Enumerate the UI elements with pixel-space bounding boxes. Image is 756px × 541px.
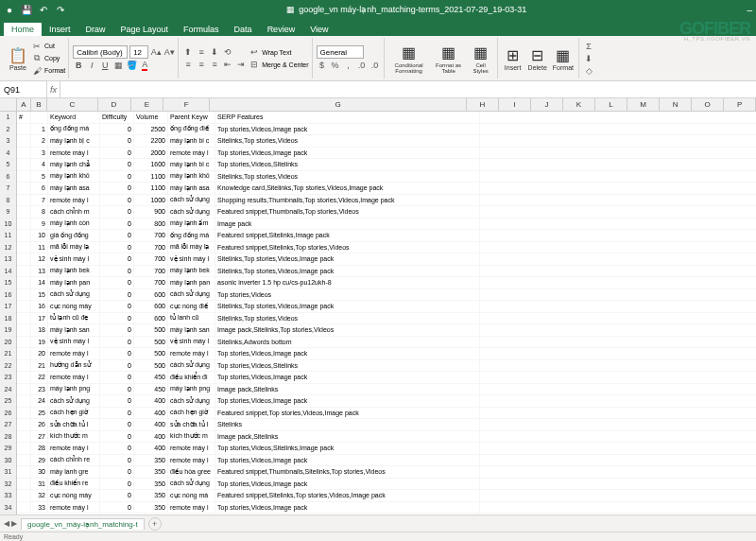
cell[interactable] bbox=[17, 266, 31, 277]
cell[interactable] bbox=[17, 206, 31, 218]
cell[interactable] bbox=[17, 360, 31, 372]
cell[interactable]: giá ống đồng bbox=[48, 230, 100, 241]
col-header-C[interactable]: C bbox=[47, 98, 97, 111]
row-header[interactable]: 30 bbox=[0, 455, 16, 467]
cell[interactable]: vệ sinh máy l bbox=[168, 253, 215, 265]
cut-icon[interactable]: ✂ bbox=[31, 41, 43, 52]
cell[interactable]: 10 bbox=[31, 230, 48, 241]
cell[interactable]: máy lạnh bi c bbox=[168, 135, 215, 147]
col-header-D[interactable]: D bbox=[98, 98, 131, 111]
cell[interactable]: Image pack,Sitelinks bbox=[215, 384, 480, 395]
cell[interactable]: 0 bbox=[100, 289, 134, 301]
cell[interactable]: máy lạnh asa bbox=[168, 183, 215, 194]
inc-decimal-icon[interactable]: .0 bbox=[356, 60, 368, 71]
cell[interactable]: 500 bbox=[134, 360, 168, 372]
align-center-icon[interactable]: ≡ bbox=[196, 59, 207, 70]
save-icon[interactable]: 💾 bbox=[21, 4, 32, 15]
cell[interactable]: 25 bbox=[31, 408, 48, 419]
row-header[interactable]: 32 bbox=[0, 479, 16, 491]
cell[interactable]: 0 bbox=[100, 124, 134, 135]
cell[interactable]: ống đồng má bbox=[168, 230, 215, 241]
cell[interactable]: 2 bbox=[31, 135, 48, 147]
table-row[interactable]: 4máy lạnh chả01600máy lạnh bi cTop stori… bbox=[17, 159, 756, 171]
cell[interactable]: máy lạnh san bbox=[48, 324, 100, 336]
table-row[interactable]: 22remote máy l0450điều khiển điTop stori… bbox=[17, 372, 756, 384]
table-row[interactable]: 34túi vệ sinh m0350túi vệ sinh mVideos,I… bbox=[17, 514, 756, 515]
cell[interactable]: 21 bbox=[31, 360, 48, 372]
ribbon-tab-insert[interactable]: Insert bbox=[42, 23, 78, 36]
row-header[interactable]: 31 bbox=[0, 466, 16, 479]
cell[interactable]: cách sử dụng bbox=[48, 289, 100, 301]
cell[interactable]: 400 bbox=[134, 431, 168, 443]
cell[interactable] bbox=[17, 466, 31, 478]
percent-icon[interactable]: % bbox=[330, 60, 341, 71]
cell[interactable]: 0 bbox=[100, 148, 134, 159]
cell[interactable]: Sitelinks,Top stories,Videos,Image pack bbox=[215, 301, 480, 312]
cell[interactable]: 17 bbox=[31, 313, 48, 324]
cell[interactable]: 0 bbox=[100, 384, 134, 395]
cell[interactable]: 0 bbox=[100, 466, 134, 478]
row-header[interactable]: 18 bbox=[0, 313, 16, 325]
table-row[interactable]: 7remote máy l01000cách sử dụngShopping r… bbox=[17, 195, 756, 207]
row-header[interactable]: 3 bbox=[0, 135, 16, 148]
cell[interactable]: 700 bbox=[134, 266, 168, 277]
col-header-P[interactable]: P bbox=[724, 98, 756, 111]
cell[interactable]: 0 bbox=[100, 514, 134, 515]
insert-cells-button[interactable]: ⊞Insert bbox=[502, 44, 524, 72]
cell[interactable]: tủ lạnh cũ đẹ bbox=[48, 313, 100, 324]
grow-font-icon[interactable]: A▴ bbox=[150, 46, 162, 58]
col-header-I[interactable]: I bbox=[499, 98, 531, 111]
cell[interactable]: 11 bbox=[31, 242, 48, 253]
cell[interactable]: Image pack,Sitelinks bbox=[215, 431, 480, 443]
cell[interactable]: túi vệ sinh m bbox=[168, 514, 215, 515]
cell[interactable]: 34 bbox=[31, 514, 48, 515]
spreadsheet-grid[interactable]: ABCDEFGHIJKLMNOP 12345678910111213141516… bbox=[0, 98, 756, 515]
cell[interactable] bbox=[17, 337, 31, 348]
table-row[interactable]: 3remote máy l02000remote máy lTop storie… bbox=[17, 148, 756, 160]
cell[interactable]: 0 bbox=[100, 455, 134, 466]
cell[interactable]: 0 bbox=[100, 195, 134, 206]
cell[interactable]: cục nóng điề bbox=[168, 301, 215, 312]
cell[interactable]: Featured snippet,Thumbnails,Top stories,… bbox=[215, 206, 480, 218]
table-row[interactable]: 16cục nóng máy0600cục nóng điềSitelinks,… bbox=[17, 301, 756, 313]
cell[interactable]: máy lạnh khô bbox=[168, 171, 215, 183]
cell[interactable]: remote máy l bbox=[168, 348, 215, 359]
cell[interactable]: Top stories,Videos,Image pack bbox=[215, 455, 480, 466]
cell[interactable]: remote máy l bbox=[168, 455, 215, 466]
cell[interactable]: 0 bbox=[100, 408, 134, 419]
format-painter-icon[interactable]: 🖌 bbox=[31, 65, 43, 77]
cell[interactable]: remote máy l bbox=[48, 443, 100, 454]
sheet-tab[interactable]: google_vn_máy-lạnh_matching-t bbox=[21, 518, 145, 530]
cell[interactable]: 0 bbox=[100, 502, 134, 514]
row-header[interactable]: 14 bbox=[0, 266, 16, 278]
cell[interactable]: 0 bbox=[100, 490, 134, 501]
dec-decimal-icon[interactable]: .0 bbox=[369, 60, 381, 71]
cell[interactable]: Videos,Image pack bbox=[215, 514, 480, 515]
ribbon-tab-data[interactable]: Data bbox=[227, 23, 260, 36]
cell[interactable]: 13 bbox=[31, 266, 48, 277]
fill-color-icon[interactable]: 🪣 bbox=[126, 60, 137, 71]
cell[interactable]: vệ sinh máy l bbox=[48, 253, 100, 265]
cell[interactable]: 0 bbox=[100, 443, 134, 454]
formula-input[interactable] bbox=[60, 81, 756, 97]
cell[interactable]: 2500 bbox=[134, 124, 168, 135]
cell[interactable] bbox=[17, 348, 31, 359]
cell[interactable]: Knowledge card,Sitelinks,Top stories,Vid… bbox=[215, 183, 480, 194]
table-row[interactable]: 11mã lỗi máy lạ0700mã lỗi máy lạFeatured… bbox=[17, 242, 756, 254]
cell[interactable]: Top stories,Videos,Image pack bbox=[215, 395, 480, 407]
cell[interactable]: tủ lanh cũ bbox=[168, 313, 215, 324]
font-size-select[interactable]: 12 bbox=[129, 45, 148, 59]
table-row[interactable]: 30máy lanh gre0350điều hòa greeFeatured … bbox=[17, 466, 756, 479]
cell[interactable]: Top stories,Videos,Image pack bbox=[215, 348, 480, 359]
align-bottom-icon[interactable]: ⬇ bbox=[209, 46, 220, 58]
header-cell[interactable] bbox=[31, 112, 48, 123]
cell[interactable]: mã lỗi máy lạ bbox=[168, 242, 215, 253]
table-row[interactable]: 8cách chỉnh m0900cách sử dụngFeatured sn… bbox=[17, 206, 756, 218]
cell[interactable]: máy lạnh san bbox=[168, 324, 215, 336]
cell[interactable]: 14 bbox=[31, 277, 48, 288]
col-header-O[interactable]: O bbox=[692, 98, 724, 111]
cell[interactable]: 600 bbox=[134, 289, 168, 301]
cell[interactable]: 0 bbox=[100, 313, 134, 324]
table-row[interactable]: 2máy lạnh bị c02200máy lạnh bi cSitelink… bbox=[17, 135, 756, 148]
cell[interactable] bbox=[17, 431, 31, 443]
